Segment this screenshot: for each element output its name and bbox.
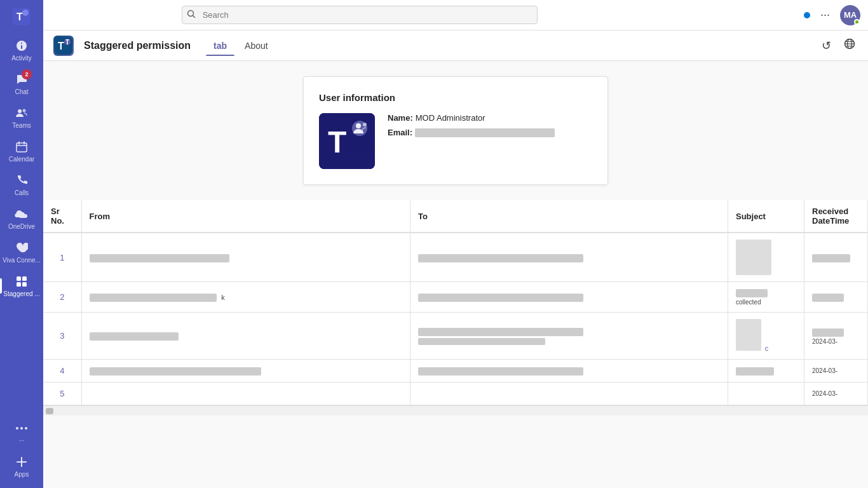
notification-dot <box>804 12 810 18</box>
svg-text:T: T <box>65 39 69 46</box>
avatar-initials: MA <box>844 10 857 20</box>
sidebar-item-calls-label: Calls <box>15 189 29 196</box>
cell-to-2 <box>410 282 728 313</box>
search-input[interactable] <box>182 6 538 24</box>
svg-rect-6 <box>17 276 21 281</box>
cell-received-4: 2024-03- <box>804 360 868 383</box>
cell-received-2 <box>804 282 868 313</box>
search-container <box>182 6 538 24</box>
sidebar-item-onedrive-label: OneDrive <box>8 223 35 230</box>
sidebar-item-calendar[interactable]: Calendar <box>0 134 43 168</box>
cell-subject-4 <box>728 360 804 383</box>
sidebar-item-activity-label: Activity <box>11 55 32 62</box>
table-row: 4 2024-03- <box>43 360 868 383</box>
sidebar-item-viva[interactable]: Viva Conne... <box>0 235 43 269</box>
cell-to-5 <box>410 383 728 405</box>
cell-from-3 <box>81 313 410 360</box>
col-received: ReceivedDateTime <box>804 200 868 233</box>
col-subject: Subject <box>728 200 804 233</box>
sidebar-item-viva-label: Viva Conne... <box>3 257 41 264</box>
sidebar-item-apps[interactable]: Apps <box>0 449 43 483</box>
teams-logo[interactable]: T <box>10 5 33 28</box>
email-table: SrNo. From To Subject ReceivedDateTime 1 <box>43 200 868 405</box>
svg-text:T: T <box>58 41 64 51</box>
content-area[interactable]: User information <box>43 61 868 488</box>
sidebar-item-calls[interactable]: Calls <box>0 168 43 201</box>
table-header-row: SrNo. From To Subject ReceivedDateTime <box>43 200 868 233</box>
cell-sr-3: 3 <box>43 313 81 360</box>
table-row: 5 2024-03- <box>43 383 868 405</box>
sidebar: T Activity 2 Chat Teams <box>0 0 43 488</box>
table-row: 1 <box>43 233 868 282</box>
online-status-dot <box>854 19 860 25</box>
svg-rect-13 <box>17 461 22 463</box>
user-avatar[interactable]: MA <box>840 5 860 25</box>
more-options-button[interactable]: ··· <box>815 6 835 24</box>
cell-subject-2: collected <box>728 282 804 313</box>
refresh-button[interactable]: ↺ <box>819 36 834 55</box>
sidebar-item-activity[interactable]: Activity <box>0 33 43 67</box>
scroll-left-button[interactable] <box>46 408 53 414</box>
staggered-icon <box>14 274 29 289</box>
chat-icon: 2 <box>14 72 29 87</box>
sidebar-item-calendar-label: Calendar <box>9 156 35 163</box>
cell-sr-1: 1 <box>43 233 81 282</box>
horizontal-scrollbar[interactable] <box>43 405 868 416</box>
teams-app-icon: T <box>319 113 375 169</box>
svg-rect-8 <box>17 282 21 287</box>
sidebar-item-chat-label: Chat <box>15 88 28 95</box>
sidebar-item-staggered-label: Staggered ... <box>3 290 39 297</box>
activity-icon <box>14 38 29 53</box>
app-icon: T T <box>53 36 74 56</box>
teams-icon <box>14 105 29 121</box>
svg-rect-15 <box>21 457 22 462</box>
calls-icon <box>14 173 29 188</box>
name-value: MOD Administrator <box>416 113 485 123</box>
calendar-icon <box>14 139 29 154</box>
svg-point-12 <box>25 427 27 430</box>
svg-point-4 <box>23 109 26 112</box>
svg-point-11 <box>20 427 23 430</box>
sidebar-item-chat[interactable]: 2 Chat <box>0 67 43 100</box>
search-icon <box>187 10 196 20</box>
cell-received-3: 2024-03- <box>804 313 868 360</box>
globe-button[interactable] <box>841 36 858 55</box>
more-icon <box>14 421 29 436</box>
svg-rect-14 <box>22 461 27 463</box>
sidebar-item-teams-label: Teams <box>12 122 31 129</box>
cell-received-5: 2024-03- <box>804 383 868 405</box>
svg-point-2 <box>22 10 29 16</box>
topbar: ··· MA <box>43 0 868 30</box>
user-details: Name: MOD Administrator Email: <box>388 113 555 137</box>
tab-about[interactable]: About <box>237 36 276 56</box>
table-row: 3 c 20 <box>43 313 868 360</box>
user-name-row: Name: MOD Administrator <box>388 113 555 123</box>
email-label: Email: <box>388 128 412 137</box>
table-row: 2 k collected <box>43 282 868 313</box>
svg-point-29 <box>363 123 367 126</box>
cell-received-1 <box>804 233 868 282</box>
sidebar-item-apps-label: Apps <box>15 471 29 478</box>
cell-to-4 <box>410 360 728 383</box>
sidebar-item-staggered[interactable]: Staggered ... <box>0 269 43 302</box>
sidebar-item-more[interactable]: ··· <box>0 416 43 449</box>
page-title: Staggered permission <box>84 40 191 51</box>
col-sr: SrNo. <box>43 200 81 233</box>
cell-from-4 <box>81 360 410 383</box>
tab-nav: tab About <box>206 36 276 56</box>
main-area: ··· MA T T Staggered permission tab Abou… <box>43 0 868 488</box>
tab-tab[interactable]: tab <box>206 36 234 56</box>
user-info-card: User information <box>303 76 608 185</box>
sidebar-item-teams[interactable]: Teams <box>0 100 43 134</box>
user-email-row: Email: <box>388 128 555 137</box>
cell-subject-3: c <box>728 313 804 360</box>
sidebar-item-onedrive[interactable]: OneDrive <box>0 201 43 235</box>
svg-rect-16 <box>21 462 22 467</box>
svg-point-3 <box>18 109 22 113</box>
tab-header-actions: ↺ <box>819 36 858 55</box>
sidebar-item-more-label: ··· <box>19 437 24 444</box>
chat-badge: 2 <box>22 69 32 79</box>
cell-from-5 <box>81 383 410 405</box>
email-value-redacted <box>415 128 555 137</box>
col-from: From <box>81 200 410 233</box>
